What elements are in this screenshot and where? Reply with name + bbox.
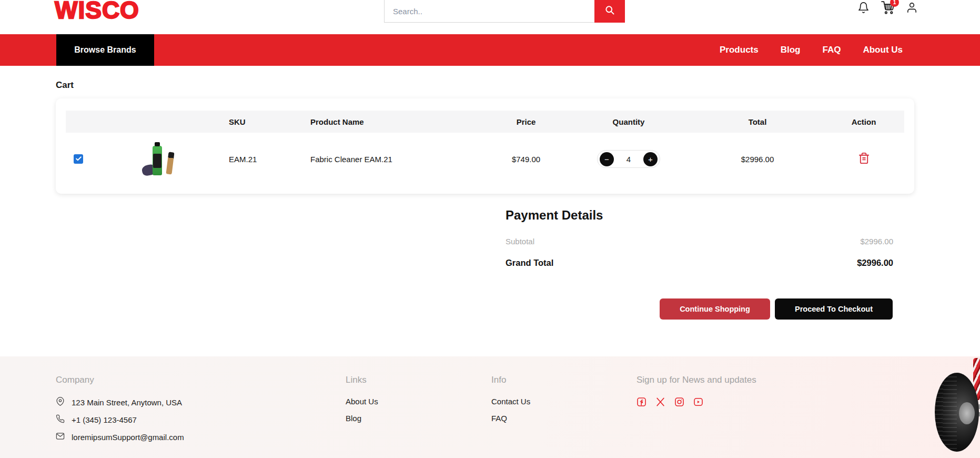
nav-link-products[interactable]: Products [720, 45, 759, 55]
item-total: $2996.00 [692, 155, 823, 164]
cart-button[interactable]: 1 [881, 2, 894, 15]
footer: Company 123 Main Street, Anytown, USA +1… [0, 356, 980, 458]
brand-logo[interactable]: WISCO [55, 0, 139, 24]
footer-info-column: Info Contact Us FAQ [491, 375, 530, 431]
x-icon[interactable] [655, 397, 665, 407]
col-product-name: Product Name [310, 117, 487, 126]
nav-link-faq[interactable]: FAQ [823, 45, 841, 55]
footer-link-about-us[interactable]: About Us [346, 397, 378, 406]
facebook-icon[interactable] [637, 397, 646, 407]
col-total: Total [692, 117, 823, 126]
page-title: Cart [56, 80, 74, 91]
account-button[interactable] [905, 2, 918, 15]
cart-table-header: SKU Product Name Price Quantity Total Ac… [66, 111, 904, 133]
search-icon [604, 5, 615, 17]
bottle-shape [153, 146, 162, 175]
bell-icon [857, 2, 870, 16]
youtube-icon[interactable] [693, 397, 703, 407]
envelope-icon [56, 432, 65, 442]
social-icons [637, 397, 756, 407]
payment-title: Payment Details [506, 208, 893, 223]
browse-brands-button[interactable]: Browse Brands [56, 34, 154, 66]
footer-company-column: Company 123 Main Street, Anytown, USA +1… [56, 375, 184, 449]
footer-link-faq[interactable]: FAQ [491, 414, 530, 423]
item-checkbox[interactable] [74, 154, 83, 164]
search-input[interactable] [384, 0, 594, 23]
footer-info-heading: Info [491, 375, 530, 385]
nav-link-blog[interactable]: Blog [781, 45, 801, 55]
main-navbar: Browse Brands Products Blog FAQ About Us [0, 34, 980, 66]
top-header: WISCO [0, 0, 980, 34]
phone-icon [56, 414, 65, 425]
footer-newsletter-column: Sign up for News and updates [637, 375, 756, 407]
cart-badge: 1 [890, 0, 899, 7]
subtotal-value: $2996.00 [860, 237, 893, 246]
header-icons: 1 [857, 2, 918, 15]
product-image [142, 142, 175, 176]
quantity-decrease-button[interactable]: − [600, 152, 614, 166]
item-price: $749.00 [487, 155, 565, 164]
nav-link-about-us[interactable]: About Us [863, 45, 903, 55]
tire-decoration [935, 358, 980, 452]
cart-item-row: EAM.21 Fabric Cleaner EAM.21 $749.00 − 4… [66, 133, 904, 185]
grand-total-value: $2996.00 [857, 258, 893, 268]
instagram-icon[interactable] [674, 397, 684, 407]
col-sku: SKU [229, 117, 310, 126]
grand-total-label: Grand Total [506, 258, 553, 268]
brush-shape [166, 152, 174, 174]
continue-shopping-button[interactable]: Continue Shopping [660, 298, 770, 320]
proceed-to-checkout-button[interactable]: Proceed To Checkout [775, 298, 893, 320]
quantity-increase-button[interactable]: + [643, 152, 658, 166]
search-button[interactable] [594, 0, 625, 23]
notifications-button[interactable] [857, 2, 870, 15]
footer-address[interactable]: 123 Main Street, Anytown, USA [56, 397, 184, 407]
nav-links: Products Blog FAQ About Us [720, 34, 903, 66]
footer-link-blog[interactable]: Blog [346, 414, 378, 423]
quantity-value: 4 [627, 155, 631, 164]
col-action: Action [823, 117, 904, 126]
footer-phone[interactable]: +1 (345) 123-4567 [56, 414, 184, 425]
remove-item-button[interactable] [858, 152, 870, 166]
footer-company-heading: Company [56, 375, 184, 385]
trash-icon [858, 158, 870, 166]
footer-links-column: Links About Us Blog [346, 375, 378, 431]
footer-links-heading: Links [346, 375, 378, 385]
check-icon [75, 155, 82, 164]
payment-details: Payment Details Subtotal $2996.00 Grand … [506, 208, 893, 268]
quantity-stepper: − 4 + [597, 150, 660, 168]
item-sku: EAM.21 [229, 155, 310, 164]
search-bar [384, 0, 625, 23]
subtotal-label: Subtotal [506, 237, 534, 246]
newsletter-heading: Sign up for News and updates [637, 375, 756, 385]
user-icon [906, 2, 918, 16]
tire-shape [935, 373, 979, 452]
col-quantity: Quantity [565, 117, 692, 126]
checkout-actions: Continue Shopping Proceed To Checkout [660, 298, 893, 320]
footer-link-contact-us[interactable]: Contact Us [491, 397, 530, 406]
cart-card: SKU Product Name Price Quantity Total Ac… [56, 98, 914, 194]
footer-email[interactable]: loremipsumSupport@gmail.com [56, 432, 184, 442]
item-name: Fabric Cleaner EAM.21 [310, 155, 487, 164]
location-pin-icon [56, 397, 65, 407]
col-price: Price [487, 117, 565, 126]
